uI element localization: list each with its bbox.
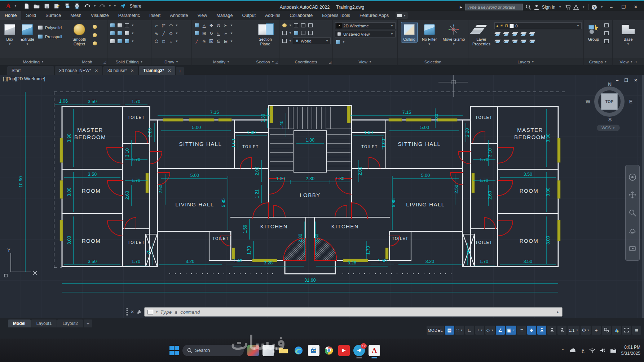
fillet-icon[interactable] [194,30,200,36]
volume-icon[interactable] [600,348,605,353]
section-dialog-launcher-icon[interactable]: ◿ [275,61,278,64]
layer-state-icon[interactable] [529,38,535,44]
group-button[interactable]: Group [586,22,601,42]
transparency-toggle[interactable] [527,326,536,335]
viewcube[interactable]: TOP N W E S [591,83,628,120]
interfere-icon[interactable] [124,30,130,36]
panel-label-layers[interactable]: Layers▼ [468,58,583,65]
panel-label-mesh[interactable]: Mesh [67,58,107,65]
array-rect-icon[interactable]: ⊟ [222,38,229,44]
ungroup-icon[interactable] [603,22,610,28]
redo-button[interactable] [98,2,107,10]
polysolid-button[interactable]: Polysolid [37,24,62,31]
close-icon[interactable]: ✕ [168,68,171,73]
minimize-button[interactable]: – [606,3,616,11]
compass-west-label[interactable]: W [586,99,590,104]
close-button[interactable]: ✕ [631,3,640,11]
mirror-icon[interactable] [194,22,200,28]
ucs-z-axis-icon[interactable] [300,30,306,36]
layer-dropdown[interactable]: ● ☀ ⊓ 0▼ [494,22,582,29]
layer-match-icon[interactable] [529,31,535,37]
tab-layout2[interactable]: Layout2 [57,319,83,327]
clean-screen-button[interactable] [622,326,631,335]
intersect-icon[interactable] [124,22,130,28]
layer-freeze-icon[interactable] [503,31,510,37]
move-gizmo-button[interactable]: Move Gizmo▼ [442,22,466,46]
navigation-wheel-icon[interactable] [628,173,636,181]
ucs-3point-icon[interactable] [307,30,314,36]
union-icon[interactable] [109,22,116,28]
panel-label-view-base[interactable]: View▼◿ [613,58,644,65]
scale-icon[interactable]: ◺ [215,30,222,36]
ucs-object-icon[interactable] [307,22,314,28]
widgets-icon[interactable] [247,345,259,356]
save-as-button[interactable] [53,2,61,10]
task-view-icon[interactable] [263,345,274,356]
layer-isolate-icon[interactable] [494,31,501,37]
panel-label-draw[interactable]: Draw▼ [151,58,191,65]
panel-label-section[interactable]: Section▼ [251,58,279,65]
tray-expand-icon[interactable]: ⌃ [561,348,564,352]
ortho-toggle[interactable]: ∟ [465,326,474,335]
tab-express-tools[interactable]: Express Tools [317,11,355,20]
polar-tracking-toggle[interactable]: ◔▼ [475,326,484,335]
customization-button[interactable]: ＋ [592,326,601,335]
annotation-autoscale-toggle[interactable] [547,326,556,335]
layer-properties-button[interactable]: Layer Properties [470,22,493,46]
culling-button[interactable]: Culling [401,22,417,42]
erase-icon[interactable]: ╱ [194,38,200,44]
panel-label-selection[interactable]: Selection [398,58,468,65]
panel-label-groups[interactable]: Groups▼ [584,58,612,65]
layer-thaw-all-icon[interactable] [503,38,510,44]
telegram-icon[interactable]: 17 [353,345,365,356]
object-snap-toggle[interactable]: ▣▼ [506,326,516,335]
panel-label-coordinates[interactable]: Coordinates [279,58,332,65]
no-filter-button[interactable]: No Filter▼ [421,22,438,46]
presspull-button[interactable]: Presspull [37,33,62,40]
layer-off-icon[interactable] [512,31,518,37]
viewport-label[interactable]: [-][Top][2D Wireframe] [3,76,45,81]
zoom-icon[interactable] [628,209,636,217]
sign-in-label[interactable]: Sign In [542,5,555,10]
ucs-view-icon[interactable] [281,30,288,36]
shell-icon[interactable] [124,38,130,44]
taper-faces-icon[interactable] [116,38,123,44]
command-grip-handle[interactable] [125,308,128,316]
maximize-button[interactable]: ❐ [619,3,628,11]
file-tab-3d-house-new[interactable]: 3d house_NEW*✕ [55,66,102,75]
customize-wrench-icon[interactable] [136,309,142,315]
autodesk-dropdown-icon[interactable]: ▼ [582,5,585,9]
keyword-search-input[interactable]: Type a keyword or phrase [465,4,523,10]
command-dropdown-icon[interactable]: ▼ [155,310,158,314]
align-icon[interactable]: △ [201,22,207,28]
panel-label-modeling[interactable]: Modeling▼ [0,58,67,65]
autocad-logo-icon[interactable]: A [3,2,14,10]
rotate-icon[interactable]: ↻ [208,30,215,36]
panel-label-view[interactable]: View▼ [333,58,397,65]
circle-icon[interactable]: ⊙ [168,30,174,36]
panel-label-modify[interactable]: Modify▼ [192,58,251,65]
tab-output[interactable]: Output [237,11,260,20]
chevron-down-icon[interactable]: ▼ [14,4,17,8]
spline-icon[interactable]: ∿ [153,30,160,36]
compass-east-label[interactable]: E [629,99,632,104]
autocad-taskbar-icon[interactable]: A [369,345,380,356]
chrome-icon[interactable] [323,345,335,356]
ucs-icon[interactable] [281,22,288,28]
wcs-dropdown[interactable]: WCS▼ [597,125,620,131]
annotation-scale-value[interactable]: 1:1▼ [568,326,579,335]
layer-unisolate-icon[interactable] [494,38,501,44]
search-icon[interactable] [526,4,531,10]
base-button[interactable]: Base▼ [620,22,636,46]
tab-add-ins[interactable]: Add-ins [260,11,285,20]
new-file-button[interactable] [22,2,31,10]
line-icon[interactable]: ╱ [160,30,167,36]
isometric-drafting-toggle[interactable]: ◇▼ [485,326,495,335]
undo-dropdown-icon[interactable]: ▼ [93,4,96,8]
status-menu-button[interactable]: ≡ [632,326,641,335]
ucs-face-icon[interactable] [300,22,306,28]
ucs-previous-icon[interactable] [293,22,299,28]
tab-annotate[interactable]: Annotate [165,11,193,20]
recent-commands-icon[interactable] [147,310,153,314]
youtube-icon[interactable] [338,345,350,356]
